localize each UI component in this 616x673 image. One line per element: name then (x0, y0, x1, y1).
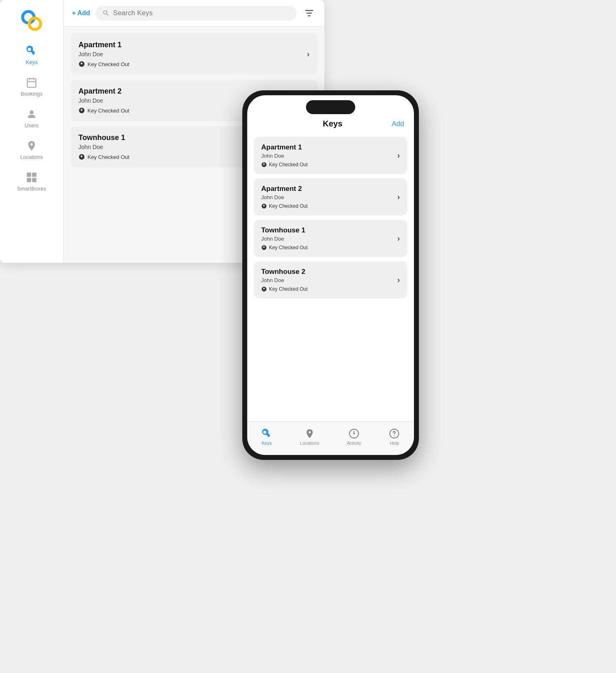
phone-frame: Keys Add Apartment 1 John Doe Key Checke… (242, 90, 419, 460)
phone-screen: Keys Add Apartment 1 John Doe Key Checke… (247, 95, 414, 455)
phone-container: Keys Add Apartment 1 John Doe Key Checke… (242, 90, 419, 460)
phone-checkout-icon-0 (261, 162, 267, 168)
tab-keys[interactable]: Keys (256, 426, 278, 447)
sidebar-label-smartboxes: SmartBoxes (17, 186, 46, 192)
phone-key-title-3: Townhouse 2 (261, 268, 397, 276)
sidebar-label-keys: Keys (26, 59, 38, 65)
svg-rect-9 (27, 178, 31, 182)
tab-keys-icon (261, 428, 273, 439)
phone-key-user-3: John Doe (261, 277, 397, 283)
sidebar-item-bookings[interactable]: Bookings (9, 73, 54, 100)
app-logo (19, 8, 44, 33)
tab-help-icon (388, 428, 400, 439)
calendar-icon (25, 76, 38, 89)
phone-key-title-0: Apartment 1 (261, 143, 397, 152)
phone-key-status-1: Key Checked Out (261, 203, 397, 209)
phone-key-card-0[interactable]: Apartment 1 John Doe Key Checked Out › (254, 137, 407, 174)
phone-chevron-2: › (397, 234, 400, 243)
tab-help-label: Help (390, 441, 399, 446)
tab-activity[interactable]: Activity (342, 426, 366, 447)
phone-notch (306, 100, 355, 114)
chevron-icon-0: › (307, 49, 310, 59)
add-button[interactable]: + Add (72, 9, 90, 17)
phone-chevron-1: › (397, 192, 400, 202)
tab-locations-label: Locations (300, 441, 319, 446)
phone-key-user-2: John Doe (261, 236, 397, 242)
sidebar-item-keys[interactable]: Keys (9, 41, 54, 69)
phone-key-status-2: Key Checked Out (261, 245, 397, 250)
tab-bar: Keys Locations (247, 421, 414, 455)
users-icon (25, 108, 38, 121)
phone-chevron-0: › (397, 151, 400, 160)
phone-key-title-2: Townhouse 1 (261, 226, 397, 234)
tab-locations[interactable]: Locations (295, 426, 324, 447)
smartbox-icon (25, 171, 38, 184)
phone-key-user-0: John Doe (261, 153, 397, 159)
search-container (96, 6, 297, 21)
svg-rect-8 (32, 172, 37, 177)
phone-key-status-3: Key Checked Out (261, 286, 397, 292)
phone-chevron-3: › (397, 275, 400, 285)
tab-activity-icon (348, 428, 360, 439)
filter-icon (304, 8, 315, 18)
tab-help[interactable]: Help (384, 426, 405, 447)
svg-rect-2 (28, 79, 36, 87)
desktop-key-card-0[interactable]: Apartment 1 John Doe Key Checked Out › (70, 33, 318, 75)
desktop-key-user-0: John Doe (78, 51, 307, 57)
desktop-key-title-0: Apartment 1 (78, 41, 307, 49)
sidebar-item-smartboxes[interactable]: SmartBoxes (9, 168, 54, 195)
tab-activity-label: Activity (347, 441, 361, 446)
phone-key-card-1[interactable]: Apartment 2 John Doe Key Checked Out › (254, 178, 407, 216)
svg-rect-7 (27, 172, 31, 177)
phone-header: Keys Add (247, 116, 414, 133)
phone-key-status-0: Key Checked Out (261, 162, 397, 168)
tab-locations-icon (304, 428, 315, 439)
sidebar-item-locations[interactable]: Locations (9, 136, 54, 163)
phone-add-button[interactable]: Add (392, 120, 404, 128)
phone-title: Keys (323, 119, 342, 129)
tab-keys-label: Keys (262, 441, 271, 446)
filter-button[interactable] (302, 6, 316, 20)
search-icon (102, 9, 110, 17)
sidebar-label-bookings: Bookings (21, 91, 42, 97)
toolbar: + Add (64, 0, 324, 27)
svg-point-6 (30, 110, 33, 114)
phone-keys-list: Apartment 1 John Doe Key Checked Out › (247, 133, 414, 421)
checkout-icon-2 (78, 154, 85, 160)
search-input[interactable] (113, 9, 290, 17)
phone-key-card-3[interactable]: Townhouse 2 John Doe Key Checked Out › (254, 261, 407, 299)
desktop-key-status-0: Key Checked Out (78, 61, 307, 67)
svg-point-15 (394, 435, 395, 436)
checkout-icon-1 (78, 107, 85, 114)
sidebar-item-users[interactable]: Users (9, 104, 54, 132)
checkout-icon-0 (78, 61, 85, 67)
key-icon (25, 44, 38, 57)
location-icon (25, 139, 38, 152)
svg-point-12 (353, 433, 355, 434)
sidebar: Keys Bookings Users (0, 0, 64, 263)
sidebar-label-users: Users (25, 122, 39, 129)
phone-checkout-icon-1 (261, 203, 267, 209)
svg-rect-10 (32, 178, 37, 182)
phone-key-user-1: John Doe (261, 194, 397, 200)
phone-key-card-2[interactable]: Townhouse 1 John Doe Key Checked Out › (254, 220, 407, 257)
sidebar-label-locations: Locations (20, 154, 43, 160)
phone-checkout-icon-2 (261, 245, 267, 250)
phone-key-title-1: Apartment 2 (261, 185, 397, 193)
phone-checkout-icon-3 (261, 286, 267, 292)
